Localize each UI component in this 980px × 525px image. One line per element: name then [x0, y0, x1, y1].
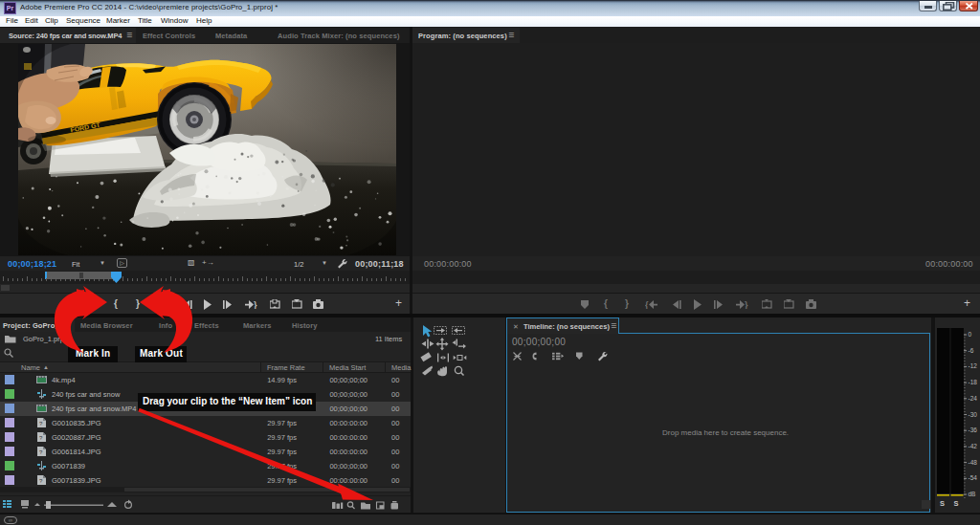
svg-text:-30: -30 [969, 411, 978, 418]
svg-text:dB: dB [969, 491, 976, 497]
svg-text:-6: -6 [969, 347, 974, 354]
svg-text:S: S [940, 499, 945, 508]
svg-text:S: S [954, 499, 959, 508]
svg-text:-42: -42 [969, 443, 978, 449]
svg-text:{: { [645, 300, 649, 309]
svg-text:-12: -12 [969, 362, 978, 369]
svg-text:0: 0 [969, 331, 972, 338]
svg-text:}: } [745, 300, 748, 309]
svg-text:-54: -54 [969, 474, 978, 481]
svg-text:-18: -18 [969, 379, 978, 385]
svg-text:-36: -36 [969, 427, 978, 433]
svg-text:-24: -24 [969, 395, 978, 402]
svg-text:}: } [254, 300, 257, 309]
svg-text:-48: -48 [969, 459, 978, 466]
